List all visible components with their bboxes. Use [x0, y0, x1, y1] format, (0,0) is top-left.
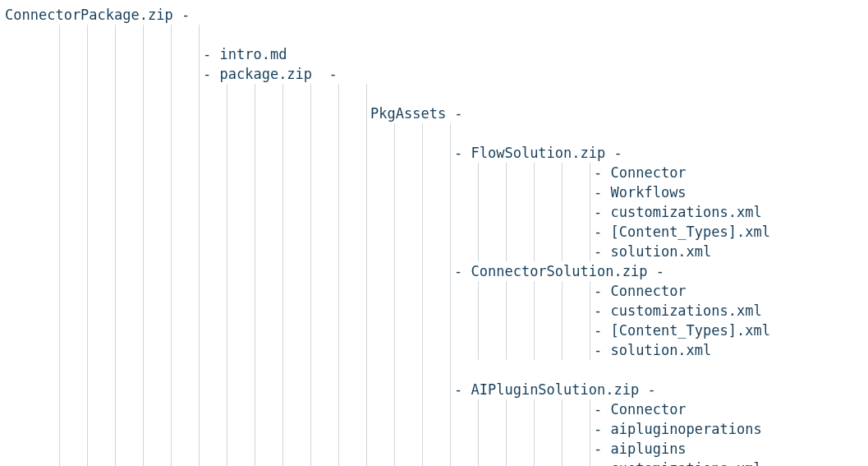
tree-row: - Workflows — [5, 182, 863, 202]
tree-item: package.zip — [219, 64, 312, 84]
tree-item: Workflows — [610, 182, 686, 202]
tree-item: solution.xml — [610, 242, 711, 261]
tree-row: - aipluginoperations — [5, 419, 863, 439]
dash: - — [590, 182, 610, 202]
tree-row: - aiplugins — [5, 439, 863, 459]
dash: - — [590, 340, 610, 360]
dash: - — [590, 242, 610, 261]
tree-item: ConnectorSolution.zip — [471, 261, 647, 281]
tree-row: - Connector — [5, 163, 863, 182]
tree-row: - package.zip - — [5, 64, 863, 84]
tree-row: - [Content_Types].xml — [5, 321, 863, 340]
tree-item: Connector — [610, 399, 686, 419]
dash: - — [590, 399, 610, 419]
tree-row — [5, 84, 863, 104]
tree-row: - AIPluginSolution.zip - — [5, 380, 863, 399]
dash: - — [590, 163, 610, 182]
tree-item: customizations.xml — [610, 459, 761, 466]
tree-row: - Connector — [5, 281, 863, 301]
tree-item: [Content_Types].xml — [610, 321, 769, 340]
tree-row: - intro.md — [5, 44, 863, 64]
dash: - — [590, 419, 610, 439]
tree-row — [5, 360, 863, 380]
tree-row: - [Content_Types].xml — [5, 222, 863, 242]
tree-item: customizations.xml — [610, 301, 761, 321]
tree-row: - solution.xml — [5, 340, 863, 360]
tree-row: PkgAssets - — [5, 104, 863, 123]
dash: - — [590, 281, 610, 301]
dash: - — [590, 202, 610, 222]
tree-item: ConnectorPackage.zip — [5, 5, 173, 25]
dash: - — [446, 104, 462, 123]
dash: - — [590, 439, 610, 459]
tree-item: aipluginoperations — [610, 419, 761, 439]
tree-row — [5, 123, 863, 143]
tree-row: - ConnectorSolution.zip - — [5, 261, 863, 281]
tree-row: - Connector — [5, 399, 863, 419]
tree-row: - customizations.xml — [5, 301, 863, 321]
tree-item: AIPluginSolution.zip — [471, 380, 639, 399]
tree-item: customizations.xml — [610, 202, 761, 222]
dash: - — [451, 380, 471, 399]
tree-item: Connector — [610, 281, 686, 301]
tree-item: FlowSolution.zip — [471, 143, 605, 163]
dash: - — [590, 321, 610, 340]
tree-row: ConnectorPackage.zip - — [5, 5, 863, 25]
tree-row — [5, 25, 863, 44]
tree-item: [Content_Types].xml — [610, 222, 769, 242]
tree-row: - solution.xml — [5, 242, 863, 261]
tree-row: - customizations.xml — [5, 202, 863, 222]
dash: - — [200, 64, 219, 84]
dash: - — [639, 380, 655, 399]
dash: - — [200, 44, 219, 64]
dash: - — [590, 459, 610, 466]
dash: - — [173, 5, 190, 25]
dash: - — [590, 222, 610, 242]
tree-item: aiplugins — [610, 439, 686, 459]
dash: - — [451, 143, 471, 163]
tree-item: intro.md — [219, 44, 287, 64]
dash: - — [312, 64, 338, 84]
dash: - — [647, 261, 664, 281]
tree-item: PkgAssets — [367, 104, 446, 123]
tree-row: - customizations.xml — [5, 459, 863, 466]
dash: - — [451, 261, 471, 281]
tree-row: - FlowSolution.zip - — [5, 143, 863, 163]
dash: - — [605, 143, 622, 163]
tree-item: solution.xml — [610, 340, 711, 360]
tree-item: Connector — [610, 163, 686, 182]
dash: - — [590, 301, 610, 321]
